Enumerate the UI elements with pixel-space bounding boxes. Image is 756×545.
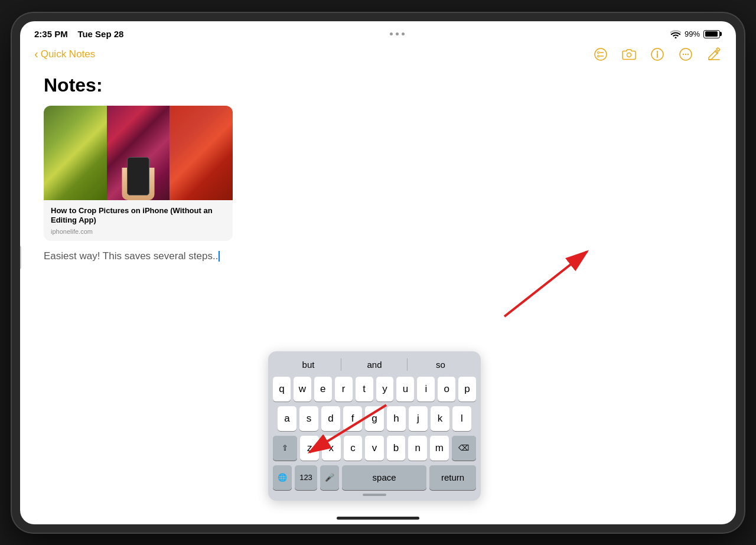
more-icon[interactable]	[678, 47, 693, 62]
markup-icon[interactable]	[650, 47, 665, 62]
svg-point-8	[683, 53, 684, 54]
battery-percent: 99%	[685, 30, 700, 38]
key-s[interactable]: s	[299, 406, 318, 431]
checklist-icon[interactable]	[593, 47, 608, 62]
link-card-text: How to Crop Pictures on iPhone (Without …	[44, 200, 233, 242]
key-row-1: q w e r t y u i o p	[273, 377, 476, 402]
key-b[interactable]: b	[387, 436, 406, 461]
suggestion-and[interactable]: and	[341, 357, 408, 372]
key-u[interactable]: u	[396, 377, 414, 402]
floating-keyboard[interactable]: but and so q w e r t y u i o p	[268, 351, 481, 501]
svg-point-1	[598, 51, 599, 53]
date-display: Tue Sep 28	[77, 29, 123, 39]
ipad-screen: 2:35 PM Tue Sep 28 99%	[20, 21, 736, 524]
key-l[interactable]: l	[452, 406, 471, 431]
notes-heading: Notes:	[44, 74, 712, 96]
delete-key[interactable]: ⌫	[452, 436, 476, 461]
note-text: Easiest way! This saves several steps..	[44, 250, 712, 262]
svg-point-5	[627, 53, 631, 57]
key-row-3: ⇧ z x c v b n m ⌫	[273, 436, 476, 461]
battery-icon	[703, 30, 722, 38]
emoji-key[interactable]: 🌐	[273, 465, 292, 490]
handle-bar	[363, 494, 386, 496]
link-card-title: How to Crop Pictures on iPhone (Without …	[51, 206, 226, 226]
suggestions-row: but and so	[273, 357, 476, 372]
dot-3	[402, 32, 405, 35]
keyboard-rows: q w e r t y u i o p a s d f g	[273, 377, 476, 490]
key-g[interactable]: g	[365, 406, 384, 431]
svg-point-10	[687, 53, 689, 54]
status-time: 2:35 PM Tue Sep 28	[34, 29, 123, 39]
status-center	[390, 32, 405, 35]
key-o[interactable]: o	[438, 377, 455, 402]
side-button	[20, 246, 21, 269]
key-n[interactable]: n	[408, 436, 427, 461]
text-cursor	[219, 251, 220, 262]
space-key[interactable]: space	[342, 465, 426, 490]
back-label: Quick Notes	[41, 48, 96, 60]
key-a[interactable]: a	[278, 406, 296, 431]
key-e[interactable]: e	[314, 377, 332, 402]
key-t[interactable]: t	[356, 377, 373, 402]
back-button[interactable]: ‹ Quick Notes	[34, 48, 95, 61]
image-panel-phone	[107, 106, 170, 200]
nav-bar: ‹ Quick Notes	[20, 43, 736, 68]
dot-2	[396, 32, 399, 35]
suggestion-so[interactable]: so	[408, 357, 474, 372]
svg-point-3	[598, 55, 599, 57]
link-card-image	[44, 106, 233, 200]
key-x[interactable]: x	[322, 436, 341, 461]
key-k[interactable]: k	[431, 406, 449, 431]
phone-shape	[127, 157, 149, 195]
image-panel-leaves	[44, 106, 107, 200]
nav-actions	[593, 47, 722, 62]
suggestion-but[interactable]: but	[275, 357, 341, 372]
image-panel-red-leaves	[170, 106, 233, 200]
key-m[interactable]: m	[430, 436, 449, 461]
content-area: Notes: How to Crop Pictures on iPhone (W…	[20, 68, 736, 263]
chevron-left-icon: ‹	[34, 47, 38, 61]
time-display: 2:35 PM	[34, 29, 68, 39]
mic-key[interactable]: 🎤	[320, 465, 339, 490]
key-w[interactable]: w	[294, 377, 311, 402]
key-q[interactable]: q	[273, 377, 291, 402]
home-indicator	[337, 517, 419, 520]
keyboard-handle	[273, 494, 476, 496]
key-i[interactable]: i	[417, 377, 435, 402]
svg-point-9	[685, 53, 686, 54]
shift-key[interactable]: ⇧	[273, 436, 297, 461]
compose-icon[interactable]	[706, 47, 722, 62]
key-y[interactable]: y	[376, 377, 394, 402]
key-row-4: 🌐 123 🎤 space return	[273, 465, 476, 490]
ipad-frame: 2:35 PM Tue Sep 28 99%	[12, 13, 744, 533]
link-card-domain: iphonelife.com	[51, 228, 226, 235]
key-f[interactable]: f	[343, 406, 362, 431]
key-row-2: a s d f g h j k l	[273, 406, 476, 431]
svg-point-0	[595, 48, 607, 60]
key-r[interactable]: r	[335, 377, 353, 402]
wifi-icon	[670, 30, 681, 38]
key-v[interactable]: v	[365, 436, 384, 461]
key-j[interactable]: j	[409, 406, 428, 431]
status-bar: 2:35 PM Tue Sep 28 99%	[20, 21, 736, 43]
dot-1	[390, 32, 393, 35]
key-z[interactable]: z	[300, 436, 319, 461]
camera-icon[interactable]	[621, 47, 637, 62]
numbers-key[interactable]: 123	[295, 465, 317, 490]
return-key[interactable]: return	[429, 465, 476, 490]
key-d[interactable]: d	[321, 406, 340, 431]
key-p[interactable]: p	[458, 377, 476, 402]
key-h[interactable]: h	[387, 406, 406, 431]
link-card: How to Crop Pictures on iPhone (Without …	[44, 106, 233, 242]
note-text-content: Easiest way! This saves several steps..	[44, 250, 218, 262]
key-c[interactable]: c	[344, 436, 363, 461]
status-right: 99%	[670, 30, 722, 38]
